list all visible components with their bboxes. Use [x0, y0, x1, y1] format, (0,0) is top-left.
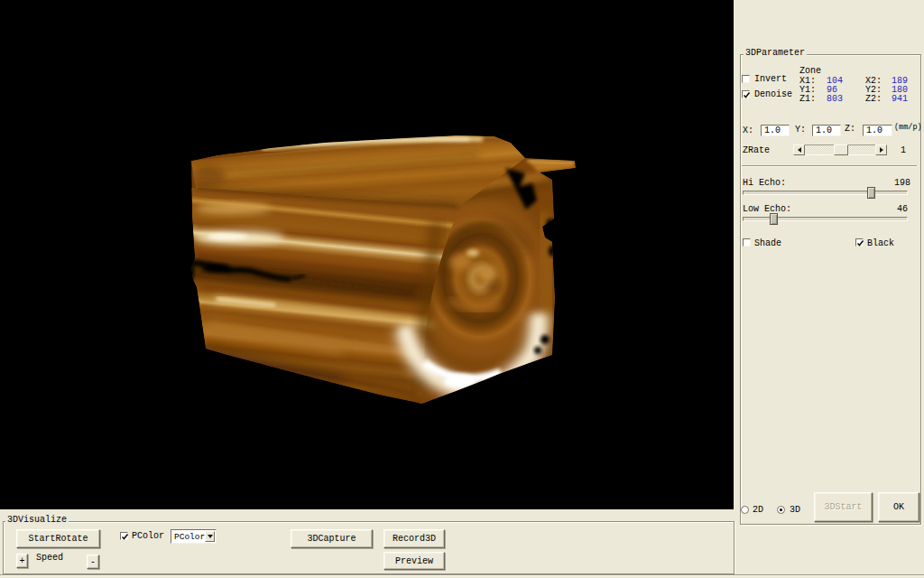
- mode-2d-radio[interactable]: [741, 506, 749, 514]
- app-window: 3DParameter Invert Denoise Zone X1: 104 …: [0, 0, 924, 578]
- start3d-button-label: 3DStart: [824, 502, 862, 512]
- scroll-left-icon: [795, 147, 801, 153]
- start-rotate-button-label: StartRotate: [28, 534, 88, 544]
- zrate-scrollbar-thumb[interactable]: [834, 144, 848, 155]
- record-button-label: Record3D: [393, 534, 436, 544]
- pcolor-label: PColor: [132, 532, 164, 541]
- bottom-edge-line: [0, 574, 924, 576]
- pcolor-dropdown-value: PColor: [174, 533, 205, 542]
- capture-button[interactable]: 3DCapture: [291, 529, 373, 548]
- low-echo-slider-thumb[interactable]: [770, 213, 778, 225]
- zrate-scrollbar[interactable]: [793, 144, 887, 155]
- check-icon: [855, 238, 865, 248]
- y-spacing-input[interactable]: [812, 125, 841, 136]
- z-spacing-label: Z:: [845, 125, 855, 134]
- low-echo-value: 46: [897, 205, 908, 214]
- dropdown-arrow-icon: [208, 535, 213, 541]
- zone-title: Zone: [799, 67, 821, 76]
- denoise-label: Denoise: [754, 90, 792, 99]
- ok-button-label: OK: [893, 502, 904, 512]
- zrate-scroll-right-button[interactable]: [875, 144, 887, 155]
- mode-2d-label: 2D: [753, 506, 763, 515]
- scroll-right-icon: [880, 147, 886, 153]
- check-icon: [742, 90, 752, 100]
- black-checkbox[interactable]: [855, 238, 864, 247]
- invert-checkbox[interactable]: [742, 75, 750, 83]
- zrate-label: ZRate: [743, 146, 770, 155]
- low-echo-slider-track[interactable]: [743, 217, 908, 221]
- visualize-groupbox-title: 3DVisualize: [5, 516, 69, 525]
- hi-echo-slider-thumb[interactable]: [867, 187, 875, 199]
- x-spacing-input[interactable]: [761, 125, 790, 136]
- check-icon: [120, 532, 130, 542]
- pcolor-dropdown-button[interactable]: [205, 531, 215, 542]
- x-spacing-label: X:: [743, 126, 753, 135]
- zrate-value: 1: [901, 146, 906, 155]
- hi-echo-value: 198: [894, 179, 910, 188]
- mode-3d-label: 3D: [790, 506, 800, 515]
- speed-plus-button[interactable]: +: [16, 554, 28, 568]
- low-echo-label: Low Echo:: [743, 205, 791, 214]
- volume-render: [0, 0, 734, 509]
- ok-button[interactable]: OK: [878, 492, 919, 522]
- y-spacing-label: Y:: [795, 126, 806, 135]
- preview-button-label: Preview: [395, 556, 433, 566]
- 3d-viewport[interactable]: [0, 0, 734, 509]
- spacing-unit-label: (mm/p): [894, 123, 922, 132]
- hi-echo-slider-track[interactable]: [743, 191, 908, 195]
- radio-dot: [780, 508, 782, 511]
- speed-label: Speed: [36, 554, 63, 563]
- mode-3d-radio[interactable]: [777, 506, 785, 514]
- speed-minus-label: -: [90, 557, 96, 567]
- hi-echo-label: Hi Echo:: [743, 179, 786, 188]
- zone-z2-label: Z2:: [865, 95, 882, 104]
- separator-line: [742, 165, 917, 167]
- zrate-scroll-left-button[interactable]: [793, 144, 805, 155]
- param-groupbox-title: 3DParameter: [744, 49, 807, 58]
- preview-button[interactable]: Preview: [383, 552, 445, 570]
- zone-z1-value: 803: [827, 95, 843, 104]
- denoise-checkbox[interactable]: [742, 90, 750, 98]
- capture-button-label: 3DCapture: [307, 534, 356, 544]
- invert-label: Invert: [754, 75, 787, 84]
- zone-z1-label: Z1:: [799, 95, 816, 104]
- black-label: Black: [867, 239, 894, 248]
- pcolor-checkbox[interactable]: [120, 532, 128, 540]
- shade-label: Shade: [754, 239, 781, 248]
- shade-checkbox[interactable]: [743, 238, 751, 247]
- record-button[interactable]: Record3D: [383, 529, 445, 548]
- z-spacing-input[interactable]: [863, 125, 892, 136]
- speed-plus-label: +: [19, 556, 24, 566]
- zone-z2-value: 941: [892, 95, 908, 104]
- pcolor-dropdown[interactable]: PColor: [171, 529, 217, 544]
- start3d-button[interactable]: 3DStart: [814, 492, 873, 522]
- speed-minus-button[interactable]: -: [87, 555, 99, 569]
- start-rotate-button[interactable]: StartRotate: [16, 529, 100, 548]
